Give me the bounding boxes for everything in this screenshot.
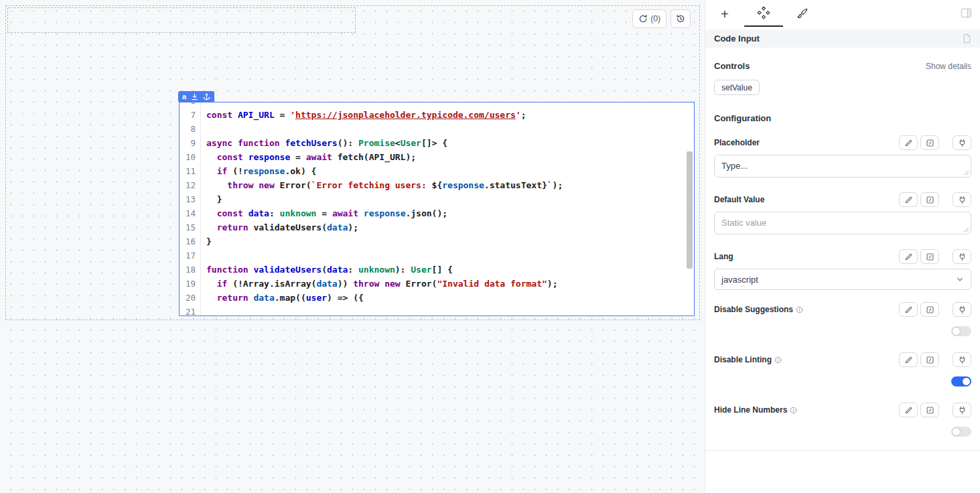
panel-tabbar: + [705, 0, 980, 27]
toggle-knob [963, 378, 970, 385]
field-disable-suggestions-header: Disable Suggestions [714, 302, 971, 317]
setvalue-button[interactable]: setValue [714, 80, 760, 95]
formula-icon[interactable] [920, 135, 939, 150]
code-line: 18function validateUsers(data: unknown):… [180, 263, 694, 277]
widget-toolbar: a [178, 91, 214, 102]
line-number: 8 [180, 122, 201, 136]
brush-icon [796, 7, 809, 19]
line-number: 7 [180, 108, 201, 122]
anchor-icon[interactable] [203, 93, 210, 100]
plug-icon[interactable] [953, 352, 971, 367]
rename-widget-button[interactable]: a [182, 93, 186, 100]
history-icon [676, 14, 685, 23]
line-number: 14 [180, 206, 201, 220]
disable-linting-toggle[interactable] [951, 376, 971, 386]
field-placeholder-actions [899, 135, 971, 150]
docs-icon[interactable] [963, 33, 971, 44]
info-icon [796, 306, 803, 313]
refresh-icon [638, 14, 648, 23]
edit-icon[interactable] [899, 249, 918, 264]
line-number: 16 [180, 234, 201, 249]
line-number: 20 [180, 291, 201, 305]
edit-icon[interactable] [899, 135, 918, 150]
collapse-panel-icon[interactable] [961, 8, 972, 21]
tab-add[interactable]: + [705, 0, 744, 27]
formula-icon[interactable] [920, 302, 939, 317]
field-disable-linting-label: Disable Linting [714, 355, 782, 364]
code-line: 12 throw new Error(`Error fetching users… [180, 178, 694, 192]
component-header: Code Input [705, 29, 980, 48]
hide-line-numbers-toggle[interactable] [951, 427, 971, 437]
field-default-value-label: Default Value [714, 195, 764, 204]
plug-icon[interactable] [953, 249, 971, 264]
edit-icon[interactable] [899, 192, 918, 207]
chevron-down-icon [956, 275, 964, 283]
show-details-link[interactable]: Show details [926, 62, 971, 71]
toggle-knob [953, 428, 960, 435]
line-number: 11 [180, 164, 201, 178]
formula-icon[interactable] [920, 403, 939, 417]
field-disable-linting-header: Disable Linting [714, 352, 971, 367]
formula-icon[interactable] [920, 249, 939, 264]
field-placeholder-label: Placeholder [714, 138, 760, 147]
refresh-button[interactable]: (0) [632, 9, 667, 28]
field-hide-line-numbers-actions [899, 403, 971, 417]
code-line: 13 } [180, 192, 694, 206]
field-lang-actions [899, 249, 971, 264]
field-hide-line-numbers-header: Hide Line Numbers [714, 403, 971, 417]
code-line: 21 [180, 305, 694, 316]
code-line: 9async function fetchUsers(): Promise<Us… [180, 136, 694, 150]
field-disable-linting-actions [899, 352, 971, 367]
move-to-container-icon[interactable] [191, 93, 198, 100]
line-number: 15 [180, 220, 201, 234]
code-line: 8 [180, 122, 694, 136]
plug-icon[interactable] [953, 135, 971, 150]
code-line: 17 [180, 249, 694, 263]
history-button[interactable] [671, 9, 691, 28]
configuration-title: Configuration [714, 113, 971, 123]
line-number: 10 [180, 150, 201, 164]
field-lang-header: Lang [714, 249, 971, 264]
placeholder-input[interactable]: Type... [714, 155, 971, 178]
tab-styles[interactable] [783, 0, 822, 27]
code-line: 16} [180, 234, 694, 249]
edit-icon[interactable] [899, 352, 918, 367]
plug-icon[interactable] [953, 192, 971, 207]
section-divider [705, 450, 980, 451]
tab-components[interactable] [744, 0, 783, 27]
code-line: 6 [180, 102, 694, 108]
line-number: 12 [180, 178, 201, 192]
line-number: 6 [180, 102, 201, 108]
formula-icon[interactable] [920, 352, 939, 367]
code-line: 15 return validateUsers(data); [180, 220, 694, 234]
field-lang-label: Lang [714, 252, 733, 261]
field-default-value-actions [899, 192, 971, 207]
canvas-header-outline [7, 7, 356, 33]
edit-icon[interactable] [899, 302, 918, 317]
default-value-input[interactable] [714, 212, 971, 234]
plug-icon[interactable] [953, 403, 971, 417]
edit-icon[interactable] [899, 403, 918, 417]
field-placeholder-header: Placeholder [714, 135, 971, 150]
controls-title: Controls [714, 61, 750, 71]
code-line: 10 const response = await fetch(API_URL)… [180, 150, 694, 164]
line-number: 18 [180, 263, 201, 277]
disable-suggestions-toggle[interactable] [951, 326, 971, 336]
line-number: 9 [180, 136, 201, 150]
info-icon [790, 407, 797, 414]
code-line: 7const API_URL = 'https://jsonplaceholde… [180, 108, 694, 122]
plus-icon: + [721, 7, 729, 21]
lang-select[interactable]: javascript [714, 269, 971, 290]
line-number: 17 [180, 249, 201, 263]
formula-icon[interactable] [920, 192, 939, 207]
field-default-value-header: Default Value [714, 192, 971, 207]
info-icon [774, 356, 782, 364]
code-line: 19 if (!Array.isArray(data)) throw new E… [180, 277, 694, 291]
lang-select-value: javascript [721, 275, 758, 285]
code-line: 11 if (!response.ok) { [180, 164, 694, 178]
field-hide-line-numbers-label: Hide Line Numbers [714, 405, 797, 415]
code-editor[interactable]: 67const API_URL = 'https://jsonplacehold… [179, 102, 695, 316]
toggle-knob [953, 328, 960, 335]
editor-scrollbar[interactable] [687, 151, 693, 269]
plug-icon[interactable] [953, 302, 971, 317]
